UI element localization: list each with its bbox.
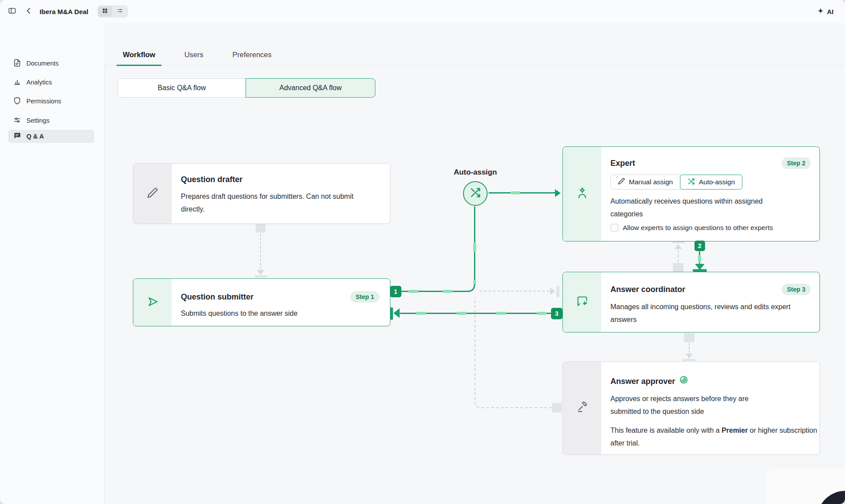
sidebar: Documents Analytics Permissions Settings…: [0, 23, 105, 504]
node-description: Submits questions to the answer side: [181, 307, 381, 320]
basic-qa-flow-button[interactable]: Basic Q&A flow: [118, 78, 246, 98]
node-question-drafter[interactable]: Question drafter Prepares draft question…: [133, 163, 390, 224]
flow-pellet: [408, 290, 418, 293]
qa-workflow-window: Ibera M&A Deal AI: [0, 0, 845, 504]
ai-button-label: AI: [827, 8, 834, 15]
flow-pellet: [698, 255, 701, 263]
sidebar-item-label: Settings: [26, 117, 49, 124]
chevron-left-icon: [25, 7, 33, 16]
manual-assign-label: Manual assign: [629, 178, 673, 186]
chat-bubble-icon: [13, 132, 21, 141]
node-description: Manages all incoming questions, reviews …: [610, 300, 795, 326]
ai-button[interactable]: AI: [817, 0, 834, 23]
view-toggle: [97, 5, 128, 18]
submitter-icon-panel: [133, 279, 172, 326]
submitter-to-coordinator-dashed-line: [480, 291, 549, 292]
coordinator-to-approver-dashed-line: [689, 343, 690, 353]
step-badge: Step 2: [782, 157, 811, 169]
grid-icon: [102, 7, 108, 16]
arrow-up-icon: [675, 244, 682, 249]
auto-assign-node[interactable]: [463, 181, 488, 206]
node-title: Answer coordinator: [610, 284, 685, 295]
grid-view-button[interactable]: [98, 6, 112, 17]
sidebar-item-label: Q & A: [26, 133, 44, 140]
tab-users[interactable]: Users: [178, 51, 209, 65]
connector-source-square: [256, 224, 265, 233]
step-badge: Step 1: [350, 291, 379, 303]
connector-source-square: [684, 333, 694, 342]
sidebar-item-label: Documents: [26, 60, 59, 67]
auto-assign-label: Auto-assign: [440, 168, 511, 177]
gavel-icon: [577, 402, 588, 415]
arrow-down-icon: [257, 270, 264, 275]
approver-icon-panel: [563, 362, 601, 454]
sparkle-icon: [817, 7, 824, 16]
manual-assign-button[interactable]: Manual assign: [610, 175, 680, 190]
tab-bar: Workflow Users Preferences: [104, 23, 845, 66]
flow-pellet: [496, 312, 506, 315]
send-icon: [147, 296, 159, 310]
flow-pellet: [416, 312, 426, 315]
sliders-icon: [13, 116, 21, 125]
connector-target-bar: [390, 307, 393, 320]
advanced-qa-flow-button[interactable]: Advanced Q&A flow: [246, 78, 375, 98]
node-title: Question submitter: [181, 292, 254, 302]
coordinator-icon-panel: [563, 272, 601, 332]
node-title: Question drafter: [181, 174, 242, 185]
sidebar-item-permissions[interactable]: Permissions: [8, 95, 94, 108]
connector-target-bar: [254, 275, 268, 278]
flow-type-toggle: Basic Q&A flow Advanced Q&A flow: [118, 78, 375, 98]
project-title: Ibera M&A Deal: [40, 8, 88, 15]
pencil-icon: [618, 178, 625, 186]
connector-target-bar: [682, 359, 695, 361]
auto-assign-button[interactable]: Auto-assign: [680, 175, 742, 190]
pencil-icon: [147, 187, 158, 200]
sidebar-item-label: Analytics: [26, 79, 52, 86]
arrow-right-icon: [555, 189, 561, 197]
flow-pellet: [473, 280, 476, 284]
premier-swirl-icon: [679, 375, 688, 387]
document-icon: [13, 59, 21, 68]
node-description: Approves or rejects answers before they …: [610, 392, 778, 418]
flow-pellet: [443, 290, 452, 293]
tab-workflow[interactable]: Workflow: [117, 51, 162, 66]
expert-icon-panel: [563, 147, 601, 241]
list-view-button[interactable]: [113, 6, 127, 17]
connector-target-bar: [556, 286, 559, 297]
flow-order-badge-2: 2: [694, 241, 705, 251]
sidebar-item-documents[interactable]: Documents: [8, 57, 94, 70]
sidebar-item-qa[interactable]: Q & A: [8, 130, 94, 143]
sidebar-item-label: Permissions: [26, 98, 61, 105]
flow-pellet: [457, 312, 467, 315]
autoassign-to-expert-line: [489, 192, 555, 194]
sidebar-item-analytics[interactable]: Analytics: [8, 76, 94, 89]
sidebar-item-settings[interactable]: Settings: [8, 114, 94, 127]
shuffle-icon: [687, 178, 695, 187]
arrow-down-icon: [686, 354, 693, 358]
flow-order-badge-1: 1: [390, 286, 401, 297]
sidebar-toggle-button[interactable]: [6, 6, 18, 17]
node-title: Expert: [610, 158, 635, 168]
node-expert[interactable]: Expert Step 2 Manual assign Auto-assign: [562, 146, 820, 241]
back-button[interactable]: [23, 6, 34, 17]
node-question-submitter[interactable]: Question submitter Step 1 Submits questi…: [133, 278, 390, 326]
shield-icon: [13, 97, 21, 106]
node-description: Automatically receives questions within …: [610, 195, 795, 220]
flow-order-badge-3: 3: [551, 308, 562, 319]
step-badge: Step 3: [782, 284, 811, 295]
connector-source-square: [552, 403, 562, 413]
node-answer-approver[interactable]: Answer approver Approves or rejects answ…: [562, 362, 820, 455]
auto-assign-toggle-label: Auto-assign: [699, 178, 735, 186]
message-bolt-icon: [577, 296, 588, 309]
node-title: Answer approver: [610, 375, 688, 387]
arrow-left-icon: [393, 308, 400, 318]
tab-preferences[interactable]: Preferences: [226, 51, 278, 65]
checkbox-label: Allow experts to assign questions to oth…: [623, 224, 773, 232]
node-answer-coordinator[interactable]: Answer coordinator Step 3 Manages all in…: [562, 272, 820, 332]
approver-title-text: Answer approver: [610, 376, 675, 387]
premier-plan-name: Premier: [722, 427, 748, 434]
allow-experts-checkbox[interactable]: [610, 224, 618, 232]
bar-chart-icon: [13, 78, 21, 87]
connector-source-square: [673, 263, 683, 272]
arrow-right-icon: [550, 288, 555, 295]
